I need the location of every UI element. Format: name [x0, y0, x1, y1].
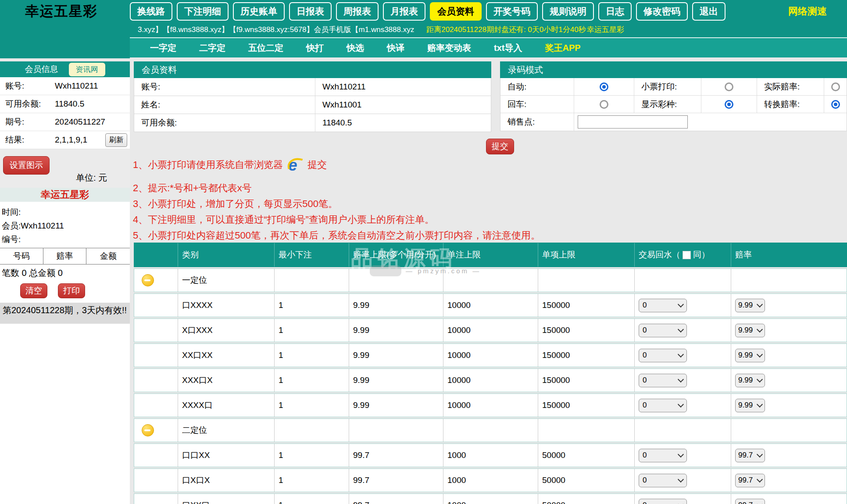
- odds-value: 99.7: [738, 451, 753, 460]
- show-lottery-radio[interactable]: [725, 100, 733, 109]
- period-label: 期号:: [0, 116, 55, 128]
- nav-log[interactable]: 日志: [598, 2, 632, 21]
- clear-button[interactable]: 清空: [20, 283, 47, 298]
- cell-category: 口X口X: [178, 469, 275, 492]
- nav-daily-report[interactable]: 日报表: [289, 2, 332, 21]
- nav-history-bills[interactable]: 历史账单: [233, 2, 285, 21]
- tab-odds-change-table[interactable]: 赔率变动表: [427, 42, 471, 54]
- nav-change-password[interactable]: 修改密码: [636, 2, 688, 21]
- profile-account-value: Wxh110211: [315, 82, 491, 92]
- tab-king-app[interactable]: 奖王APP: [545, 42, 580, 54]
- notice-1: 1、小票打印请使用系统自带浏览器 e 提交: [133, 154, 540, 175]
- nav-change-line[interactable]: 换线路: [130, 2, 172, 21]
- receipt-print-label: 小票打印:: [634, 78, 701, 96]
- odds-select[interactable]: 9.99: [735, 324, 765, 337]
- table-row: 口X口X 1 99.7 1000 50000 0 99.7: [134, 468, 847, 492]
- chevron-down-icon: [757, 326, 763, 332]
- odds-select[interactable]: 99.7: [735, 449, 765, 462]
- ticket-summary: 笔数 0 总金额 0: [0, 265, 130, 281]
- rebate-select[interactable]: 0: [639, 349, 687, 362]
- cell-bet-limit: 1000: [443, 444, 538, 467]
- odds-select[interactable]: 99.7: [735, 499, 765, 504]
- cell-bet-limit: 10000: [443, 344, 538, 367]
- set-icon-button[interactable]: 设置图示: [3, 156, 50, 175]
- rebate-select[interactable]: 0: [639, 324, 687, 337]
- record-mode-panel: 录码模式 自动: 小票打印: 实际赔率: 回车: 显示彩种: 转换赔率: 销售点…: [500, 61, 847, 131]
- table-row: 口XXXX 1 9.99 10000 150000 0 9.99: [134, 293, 847, 317]
- nav-member-profile[interactable]: 会员资料: [430, 2, 482, 21]
- tab-five-pos-two[interactable]: 五位二定: [248, 42, 283, 54]
- ticket-buttons: 清空 打印: [0, 281, 130, 303]
- profile-balance-label: 可用余额:: [134, 114, 315, 132]
- rebate-value: 0: [643, 351, 647, 360]
- mirror-urls: 3.xyz】【f8.wns3888.xyz】【f9.wns3888.xyz:56…: [138, 25, 414, 35]
- table-header-row: 类别 最小下注 赔率上限(多个用/分开) 单注上限 单项上限 交易回水（ 同） …: [134, 243, 847, 267]
- odds-select[interactable]: 99.7: [735, 474, 765, 487]
- collapse-minus-icon[interactable]: [142, 424, 154, 436]
- auto-radio[interactable]: [600, 82, 608, 91]
- rebate-select[interactable]: 0: [639, 374, 687, 387]
- network-speed-link[interactable]: 网络测速: [788, 5, 827, 18]
- cell-max-odds: 99.7: [349, 444, 443, 467]
- cell-min-bet: 1: [275, 319, 349, 342]
- rebate-select[interactable]: 0: [639, 299, 687, 312]
- rebate-select[interactable]: 0: [639, 449, 687, 462]
- odds-value: 9.99: [738, 326, 753, 335]
- enter-radio[interactable]: [600, 100, 608, 109]
- cell-category: XXX口X: [178, 369, 275, 392]
- odds-select[interactable]: 9.99: [735, 374, 765, 387]
- nav-logout[interactable]: 退出: [692, 2, 725, 21]
- collapse-minus-icon[interactable]: [142, 274, 154, 286]
- nav-weekly-report[interactable]: 周报表: [336, 2, 379, 21]
- actual-odds-radio[interactable]: [831, 82, 840, 91]
- rebate-select[interactable]: 0: [639, 499, 687, 504]
- cell-max-odds: 9.99: [349, 369, 443, 392]
- rebate-select[interactable]: 0: [639, 474, 687, 487]
- print-button[interactable]: 打印: [58, 283, 85, 298]
- receipt-print-radio[interactable]: [725, 82, 733, 91]
- chevron-down-icon: [678, 326, 684, 332]
- header-item-limit: 单项上限: [538, 243, 635, 267]
- convert-odds-radio[interactable]: [831, 100, 840, 109]
- account-value: Wxh110211: [55, 81, 130, 91]
- odds-select[interactable]: 9.99: [735, 399, 765, 412]
- submit-button[interactable]: 提交: [486, 139, 514, 154]
- rebate-value: 0: [643, 376, 647, 385]
- tab-txt-import[interactable]: txt导入: [494, 42, 522, 54]
- cell-category: 口XX口: [178, 494, 275, 504]
- rebate-select[interactable]: 0: [639, 399, 687, 412]
- section-label: 二定位: [178, 419, 275, 442]
- cell-min-bet: 1: [275, 469, 349, 492]
- ticket-col-amount: 金额: [86, 248, 130, 264]
- header-rebate: 交易回水（ 同）: [635, 243, 731, 267]
- tab-quick-type[interactable]: 快打: [306, 42, 324, 54]
- cell-item-limit: 50000: [538, 469, 635, 492]
- nav-rules[interactable]: 规则说明: [542, 2, 594, 21]
- odds-select[interactable]: 9.99: [735, 299, 765, 312]
- table-row: 口XX口 1 99.7 1000 50000 0 99.7: [134, 493, 847, 504]
- sales-point-input[interactable]: [578, 115, 688, 129]
- member-info-title: 会员信息: [25, 64, 58, 75]
- nav-bet-details[interactable]: 下注明细: [177, 2, 229, 21]
- tab-quick-pick[interactable]: 快选: [347, 42, 364, 54]
- tab-two-digit[interactable]: 二字定: [199, 42, 225, 54]
- nav-draw-numbers[interactable]: 开奖号码: [486, 2, 538, 21]
- sales-point-label: 销售点:: [500, 113, 574, 131]
- cell-max-odds: 99.7: [349, 494, 443, 504]
- account-label: 账号:: [0, 80, 55, 92]
- cell-max-odds: 99.7: [349, 469, 443, 492]
- refresh-button[interactable]: 刷新: [105, 133, 127, 147]
- tab-one-digit[interactable]: 一字定: [150, 42, 176, 54]
- profile-balance-value: 11840.5: [315, 118, 491, 128]
- nav-monthly-report[interactable]: 月报表: [383, 2, 425, 21]
- cell-bet-limit: 10000: [443, 394, 538, 417]
- tab-quick-translate[interactable]: 快译: [387, 42, 404, 54]
- rebate-same-checkbox[interactable]: [683, 251, 691, 259]
- cell-max-odds: 9.99: [349, 344, 443, 367]
- odds-select[interactable]: 9.99: [735, 349, 765, 362]
- news-site-button[interactable]: 资讯网: [69, 63, 105, 76]
- header-category: 类别: [178, 243, 275, 267]
- cell-bet-limit: 10000: [443, 319, 538, 342]
- convert-odds-label: 转换赔率:: [757, 96, 824, 113]
- cell-category: XX口XX: [178, 344, 275, 367]
